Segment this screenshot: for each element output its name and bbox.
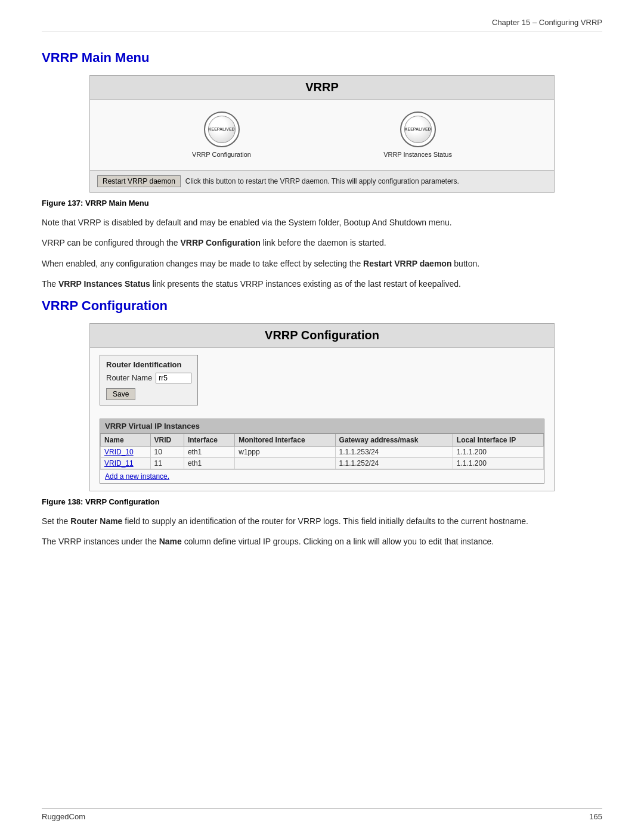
add-new-instance-link[interactable]: Add a new instance. (100, 469, 544, 483)
config-box-title: VRRP Configuration (90, 324, 554, 348)
page-footer: RuggedCom 165 (42, 808, 602, 821)
save-button[interactable]: Save (106, 388, 135, 400)
config-box-body: Router Identification Router Name Save V… (90, 348, 554, 491)
table-cell-0-2: eth1 (184, 446, 234, 457)
section2-para1: Set the Router Name field to supply an i… (42, 515, 602, 528)
table-cell-1-3 (235, 457, 335, 469)
restart-vrrp-daemon-button[interactable]: Restart VRRP daemon (97, 175, 181, 187)
section2-para2: The VRRP instances under the Name column… (42, 535, 602, 548)
footer-left: RuggedCom (42, 812, 85, 821)
vrrp-status-icon-label: VRRP Instances Status (383, 151, 452, 158)
vrrp-config-icon-label: VRRP Configuration (192, 151, 251, 158)
section2-title: VRRP Configuration (42, 298, 602, 314)
vrrp-main-menu-box: VRRP KEEPALIVED VRRP Configuration KEEPA… (89, 75, 555, 193)
section1-para1: Note that VRRP is disabled by default an… (42, 216, 602, 229)
table-cell-1-4: 1.1.1.252/24 (335, 457, 453, 469)
vrrp-config-box: VRRP Configuration Router Identification… (89, 323, 555, 491)
table-row: VRID_1111eth11.1.1.252/241.1.1.200 (101, 457, 544, 469)
restart-description-text: Click this button to restart the VRRP da… (185, 177, 459, 185)
vrrp-config-icon-circle: KEEPALIVED (204, 112, 240, 147)
keepalived-logo-2: KEEPALIVED (404, 116, 432, 143)
vrrp-instances-status-icon-item[interactable]: KEEPALIVED VRRP Instances Status (383, 112, 452, 158)
footer-right: 165 (589, 812, 602, 821)
figure-138-caption: Figure 138: VRRP Configuration (42, 497, 602, 506)
router-name-label: Router Name (106, 373, 152, 382)
restart-daemon-bar: Restart VRRP daemon Click this button to… (90, 170, 554, 192)
vrrp-configuration-icon-item[interactable]: KEEPALIVED VRRP Configuration (192, 112, 251, 158)
table-cell-1-1: 11 (150, 457, 184, 469)
figure-137-caption: Figure 137: VRRP Main Menu (42, 199, 602, 208)
vrrp-icons-area: KEEPALIVED VRRP Configuration KEEPALIVED… (90, 100, 554, 170)
vrrp-status-icon-circle: KEEPALIVED (400, 112, 436, 147)
section1-para3: When enabled, any configuration changes … (42, 257, 602, 270)
section1-para4: The VRRP Instances Status link presents … (42, 277, 602, 290)
col-header-local-ip: Local Interface IP (453, 433, 543, 446)
vrrp-instances-section: VRRP Virtual IP Instances Name VRID Inte… (100, 419, 544, 484)
table-cell-1-5: 1.1.1.200 (453, 457, 543, 469)
instances-table: Name VRID Interface Monitored Interface … (100, 433, 544, 469)
keepalived-logo-1: KEEPALIVED (208, 116, 236, 143)
table-row: VRID_1010eth1w1ppp1.1.1.253/241.1.1.200 (101, 446, 544, 457)
router-identification-section: Router Identification Router Name Save (100, 355, 198, 405)
instances-header-label: VRRP Virtual IP Instances (100, 419, 544, 433)
router-identification-label: Router Identification (106, 360, 191, 369)
table-cell-0-1: 10 (150, 446, 184, 457)
router-name-input[interactable] (156, 373, 191, 383)
table-cell-0-5: 1.1.1.200 (453, 446, 543, 457)
chapter-header: Chapter 15 – Configuring VRRP (42, 18, 602, 32)
col-header-gateway: Gateway address/mask (335, 433, 453, 446)
section1-para2: VRRP can be configured through the VRRP … (42, 236, 602, 249)
table-cell-0-4: 1.1.1.253/24 (335, 446, 453, 457)
table-cell-1-0[interactable]: VRID_11 (101, 457, 151, 469)
section1-title: VRRP Main Menu (42, 50, 602, 66)
col-header-name: Name (101, 433, 151, 446)
col-header-interface: Interface (184, 433, 234, 446)
vrrp-box-title: VRRP (90, 76, 554, 100)
table-cell-0-0[interactable]: VRID_10 (101, 446, 151, 457)
col-header-monitored: Monitored Interface (235, 433, 335, 446)
table-header-row: Name VRID Interface Monitored Interface … (101, 433, 544, 446)
col-header-vrid: VRID (150, 433, 184, 446)
router-name-row: Router Name (106, 373, 191, 383)
table-cell-0-3: w1ppp (235, 446, 335, 457)
table-cell-1-2: eth1 (184, 457, 234, 469)
